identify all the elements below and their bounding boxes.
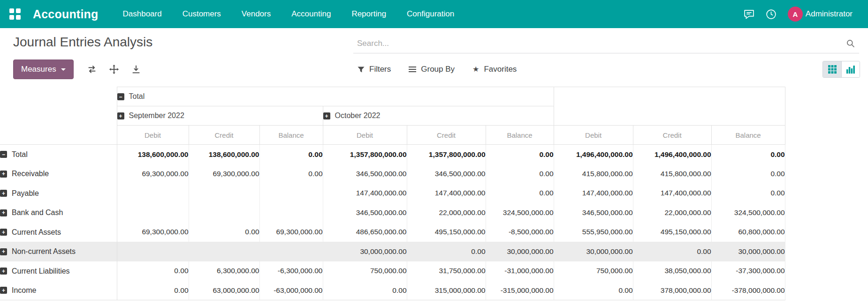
pivot-cell[interactable]: 0.00 xyxy=(259,164,323,184)
pivot-cell[interactable]: 38,050,000.00 xyxy=(633,261,711,281)
pivot-cell[interactable]: 0.00 xyxy=(711,184,785,203)
expand-icon[interactable]: + xyxy=(0,190,7,197)
collapse-icon[interactable]: − xyxy=(0,151,7,158)
pivot-cell[interactable]: 346,500,000.00 xyxy=(323,203,407,223)
flip-axis-button[interactable] xyxy=(83,60,101,79)
nav-item-customers[interactable]: Customers xyxy=(183,9,221,19)
pivot-cell[interactable]: 495,150,000.00 xyxy=(633,223,711,242)
pivot-cell[interactable]: 22,000,000.00 xyxy=(633,203,711,223)
group-by-button[interactable]: Group By xyxy=(409,65,455,74)
expand-icon[interactable]: + xyxy=(0,209,7,216)
pivot-cell[interactable]: 0.00 xyxy=(711,145,785,164)
pivot-cell[interactable]: 147,400,000.00 xyxy=(633,184,711,203)
expand-icon[interactable]: + xyxy=(0,229,7,236)
pivot-cell[interactable] xyxy=(117,203,189,223)
pivot-cell[interactable]: 346,500,000.00 xyxy=(554,203,633,223)
pivot-cell[interactable]: 0.00 xyxy=(259,145,323,164)
pivot-cell[interactable]: 147,400,000.00 xyxy=(407,184,486,203)
pivot-cell[interactable]: 30,000,000.00 xyxy=(711,242,785,261)
nav-item-dashboard[interactable]: Dashboard xyxy=(123,9,162,19)
expand-all-button[interactable] xyxy=(105,60,123,79)
pivot-cell[interactable]: 22,000,000.00 xyxy=(407,203,486,223)
pivot-row-header-income[interactable]: +Income xyxy=(0,281,117,300)
pivot-cell[interactable] xyxy=(189,242,259,261)
pivot-cell[interactable]: 346,500,000.00 xyxy=(407,164,486,184)
pivot-cell[interactable] xyxy=(259,203,323,223)
pivot-measure-credit[interactable]: Credit xyxy=(189,126,259,145)
collapse-icon[interactable]: − xyxy=(117,93,124,100)
pivot-cell[interactable]: -8,500,000.00 xyxy=(486,223,554,242)
pivot-row-header-non-current-assets[interactable]: +Non-current Assets xyxy=(0,242,117,261)
pivot-cell[interactable]: 147,400,000.00 xyxy=(323,184,407,203)
pivot-cell[interactable]: -63,000,000.00 xyxy=(259,281,323,300)
search-button[interactable] xyxy=(842,39,859,48)
pivot-cell[interactable]: 0.00 xyxy=(407,242,486,261)
nav-item-vendors[interactable]: Vendors xyxy=(242,9,271,19)
pivot-cell[interactable]: 69,300,000.00 xyxy=(117,164,189,184)
pivot-cell[interactable]: -6,300,000.00 xyxy=(259,261,323,281)
pivot-cell[interactable]: 31,750,000.00 xyxy=(407,261,486,281)
pivot-cell[interactable]: 69,300,000.00 xyxy=(117,223,189,242)
pivot-cell[interactable]: 0.00 xyxy=(323,281,407,300)
pivot-cell[interactable] xyxy=(259,242,323,261)
pivot-cell[interactable] xyxy=(117,242,189,261)
app-title[interactable]: Accounting xyxy=(33,7,99,21)
nav-item-configuration[interactable]: Configuration xyxy=(407,9,454,19)
pivot-measure-debit[interactable]: Debit xyxy=(554,126,633,145)
pivot-row-header-current-assets[interactable]: +Current Assets xyxy=(0,223,117,242)
expand-icon[interactable]: + xyxy=(0,268,7,275)
pivot-cell[interactable]: 0.00 xyxy=(486,164,554,184)
pivot-cell[interactable] xyxy=(189,203,259,223)
pivot-measure-credit[interactable]: Credit xyxy=(407,126,486,145)
pivot-cell[interactable]: 415,800,000.00 xyxy=(554,164,633,184)
pivot-view-button[interactable] xyxy=(823,61,841,77)
pivot-cell[interactable]: 1,357,800,000.00 xyxy=(323,145,407,164)
pivot-cell[interactable]: 147,400,000.00 xyxy=(554,184,633,203)
pivot-cell[interactable]: 0.00 xyxy=(117,281,189,300)
pivot-cell[interactable]: 63,000,000.00 xyxy=(189,281,259,300)
pivot-cell[interactable]: 60,800,000.00 xyxy=(711,223,785,242)
pivot-cell[interactable]: 1,496,400,000.00 xyxy=(633,145,711,164)
pivot-measure-debit[interactable]: Debit xyxy=(323,126,407,145)
nav-item-accounting[interactable]: Accounting xyxy=(291,9,331,19)
pivot-cell[interactable]: 0.00 xyxy=(117,261,189,281)
pivot-colgroup-october-2022[interactable]: +October 2022 xyxy=(323,106,554,126)
pivot-cell[interactable]: 750,000.00 xyxy=(323,261,407,281)
pivot-cell[interactable]: 555,950,000.00 xyxy=(554,223,633,242)
pivot-cell[interactable]: 0.00 xyxy=(486,184,554,203)
pivot-row-header-payable[interactable]: +Payable xyxy=(0,184,117,203)
pivot-cell[interactable]: -378,000,000.00 xyxy=(711,281,785,300)
pivot-row-header-bank-and-cash[interactable]: +Bank and Cash xyxy=(0,203,117,223)
expand-icon[interactable]: + xyxy=(0,248,7,255)
pivot-cell[interactable]: 324,500,000.00 xyxy=(711,203,785,223)
pivot-measure-balance[interactable]: Balance xyxy=(711,126,785,145)
pivot-cell[interactable]: 6,300,000.00 xyxy=(189,261,259,281)
pivot-cell[interactable]: 346,500,000.00 xyxy=(323,164,407,184)
pivot-cell[interactable] xyxy=(117,184,189,203)
avatar[interactable]: A xyxy=(788,7,803,22)
pivot-cell[interactable]: 1,357,800,000.00 xyxy=(407,145,486,164)
pivot-cell[interactable]: 415,800,000.00 xyxy=(633,164,711,184)
apps-menu-button[interactable] xyxy=(0,8,21,20)
download-button[interactable] xyxy=(127,60,145,79)
pivot-cell[interactable] xyxy=(259,184,323,203)
pivot-cell[interactable]: 486,650,000.00 xyxy=(323,223,407,242)
expand-icon[interactable]: + xyxy=(323,112,330,119)
pivot-row-header-receivable[interactable]: +Receivable xyxy=(0,164,117,184)
nav-item-reporting[interactable]: Reporting xyxy=(351,9,386,19)
pivot-cell[interactable]: -37,300,000.00 xyxy=(711,261,785,281)
pivot-row-header-current-liabilities[interactable]: +Current Liabilities xyxy=(0,261,117,281)
pivot-measure-debit[interactable]: Debit xyxy=(117,126,189,145)
pivot-cell[interactable]: 69,300,000.00 xyxy=(189,164,259,184)
chart-view-button[interactable] xyxy=(841,61,860,77)
pivot-cell[interactable]: 324,500,000.00 xyxy=(486,203,554,223)
expand-icon[interactable]: + xyxy=(0,171,7,178)
pivot-measure-balance[interactable]: Balance xyxy=(486,126,554,145)
pivot-cell[interactable] xyxy=(189,184,259,203)
measures-button[interactable]: Measures xyxy=(13,60,74,79)
pivot-cell[interactable]: 315,000,000.00 xyxy=(407,281,486,300)
pivot-colgroup-september-2022[interactable]: +September 2022 xyxy=(117,106,323,126)
pivot-cell[interactable]: 750,000.00 xyxy=(554,261,633,281)
pivot-cell[interactable]: 378,000,000.00 xyxy=(633,281,711,300)
pivot-cell[interactable]: 0.00 xyxy=(633,242,711,261)
